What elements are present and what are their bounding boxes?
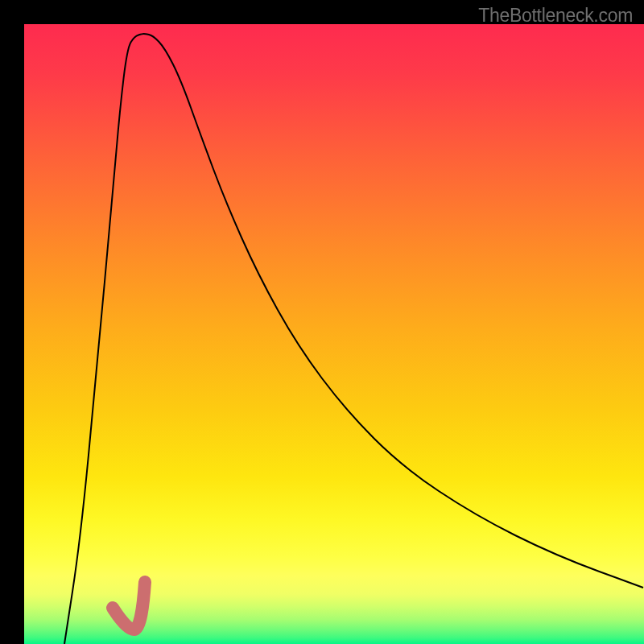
attribution-text: TheBottleneck.com xyxy=(478,5,633,27)
chart-container: TheBottleneck.com xyxy=(0,0,644,644)
bottleneck-curve xyxy=(64,34,643,644)
chart-svg xyxy=(24,24,644,644)
plot-area xyxy=(24,24,644,644)
j-marker xyxy=(113,582,145,630)
